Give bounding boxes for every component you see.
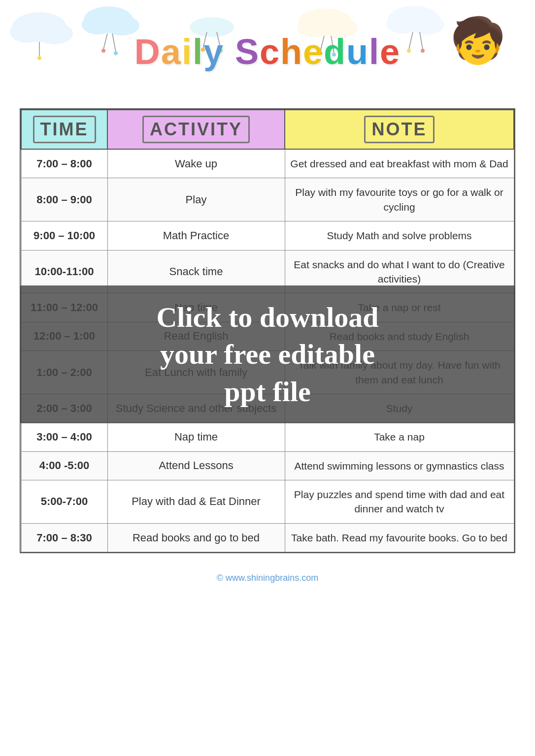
- time-cell: 7:00 – 8:30: [21, 523, 107, 552]
- time-cell: 5:00-7:00: [21, 480, 107, 524]
- svg-point-28: [386, 14, 420, 33]
- svg-point-12: [182, 3, 241, 31]
- note-cell: Attend swimming lessons or gymnastics cl…: [285, 451, 514, 480]
- svg-point-1: [10, 21, 44, 43]
- table-row: 8:00 – 9:00PlayPlay with my favourite to…: [21, 178, 514, 221]
- note-cell: Take bath. Read my favourite books. Go t…: [285, 523, 514, 552]
- header-area: Daily Schedule 🧒: [0, 0, 535, 103]
- activity-cell: Attend Lessons: [107, 451, 285, 480]
- svg-point-13: [181, 12, 218, 33]
- note-cell: Play with my favourite toys or go for a …: [285, 178, 514, 221]
- table-row: 3:00 – 4:00Nap timeTake a nap: [21, 423, 514, 451]
- note-cell: Take a nap: [285, 423, 514, 451]
- time-column-header: TIME: [21, 110, 107, 149]
- svg-point-2: [35, 23, 73, 44]
- note-column-header: NOTE: [285, 110, 514, 149]
- activity-cell: Play: [107, 178, 285, 221]
- girl-decoration: 🧒: [450, 15, 505, 66]
- svg-point-33: [421, 49, 425, 53]
- activity-cell: Math Practice: [107, 221, 285, 250]
- svg-point-0: [12, 12, 67, 42]
- activity-cell: Read books and go to bed: [107, 523, 285, 552]
- activity-cell: Nap time: [107, 423, 285, 451]
- table-row: 7:00 – 8:30Read books and go to bedTake …: [21, 523, 514, 552]
- svg-point-14: [207, 13, 246, 34]
- table-row: 7:00 – 8:00Wake upGet dressed and eat br…: [21, 149, 514, 178]
- svg-point-4: [37, 56, 41, 60]
- svg-point-9: [101, 49, 105, 53]
- note-cell: Play puzzles and spend time with dad and…: [285, 480, 514, 524]
- footer-text: © www.shiningbrains.com: [217, 573, 318, 583]
- time-cell: 8:00 – 9:00: [21, 178, 107, 221]
- page-title: Daily Schedule: [134, 34, 401, 69]
- svg-point-27: [388, 6, 439, 32]
- svg-point-31: [407, 49, 411, 53]
- svg-point-6: [82, 15, 113, 34]
- watermark-overlay[interactable]: Click to download your free editable ppt…: [20, 285, 515, 423]
- footer: © www.shiningbrains.com: [0, 568, 535, 588]
- table-row: 9:00 – 10:00Math PracticeStudy Math and …: [21, 221, 514, 250]
- table-row: 4:00 -5:00Attend LessonsAttend swimming …: [21, 451, 514, 480]
- table-row: 5:00-7:00Play with dad & Eat DinnerPlay …: [21, 480, 514, 524]
- svg-line-32: [420, 32, 423, 49]
- svg-point-11: [114, 51, 118, 55]
- svg-line-30: [409, 32, 413, 49]
- time-cell: 7:00 – 8:00: [21, 149, 107, 178]
- time-cell: 9:00 – 10:00: [21, 221, 107, 250]
- svg-point-29: [409, 15, 444, 34]
- activity-cell: Wake up: [107, 149, 285, 178]
- svg-point-5: [84, 6, 133, 33]
- note-cell: Study Math and solve problems: [285, 221, 514, 250]
- activity-cell: Play with dad & Eat Dinner: [107, 480, 285, 524]
- note-cell: Get dressed and eat breakfast with mom &…: [285, 149, 514, 178]
- time-cell: 3:00 – 4:00: [21, 423, 107, 451]
- time-cell: 4:00 -5:00: [21, 451, 107, 480]
- watermark-text: Click to download your free editable ppt…: [156, 299, 378, 410]
- activity-column-header: ACTIVITY: [107, 110, 285, 149]
- svg-line-8: [103, 33, 107, 49]
- svg-line-10: [112, 33, 116, 52]
- table-header-row: TIME ACTIVITY NOTE: [21, 110, 514, 149]
